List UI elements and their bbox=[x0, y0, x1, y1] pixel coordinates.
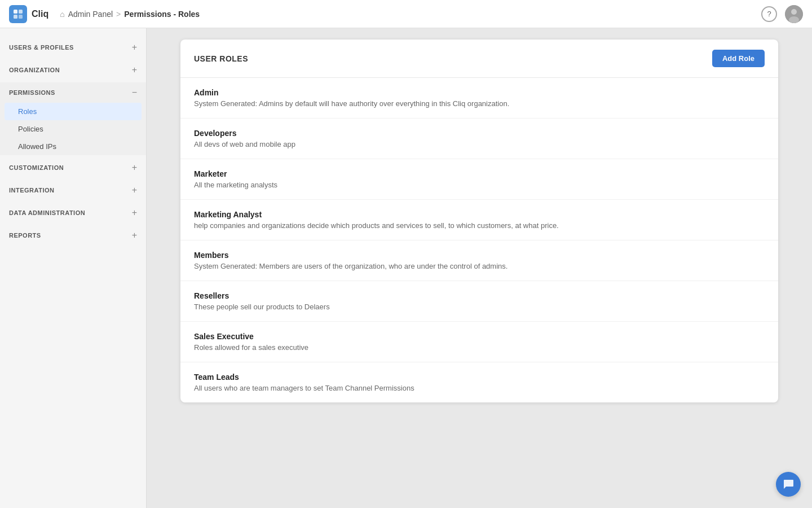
top-header: Cliq ⌂ Admin Panel > Permissions - Roles… bbox=[0, 0, 812, 28]
sidebar-section-customization-header[interactable]: CUSTOMIZATION + bbox=[0, 157, 146, 178]
role-item-sales-executive[interactable]: Sales ExecutiveRoles allowed for a sales… bbox=[180, 322, 778, 362]
plus-icon-customization: + bbox=[132, 163, 137, 172]
roles-list: AdminSystem Generated: Admins by default… bbox=[180, 78, 778, 402]
role-item-members[interactable]: MembersSystem Generated: Members are use… bbox=[180, 240, 778, 281]
plus-icon-integration: + bbox=[132, 186, 137, 195]
sidebar-section-permissions-header[interactable]: PERMISSIONS − bbox=[0, 82, 146, 103]
logo-text: Cliq bbox=[32, 9, 48, 19]
sidebar-label-users-profiles: USERS & PROFILES bbox=[9, 44, 74, 51]
sidebar-section-data-admin-header[interactable]: DATA ADMINISTRATION + bbox=[0, 203, 146, 223]
add-role-button[interactable]: Add Role bbox=[712, 50, 765, 67]
role-item-team-leads[interactable]: Team LeadsAll users who are team manager… bbox=[180, 362, 778, 402]
sidebar-label-reports: REPORTS bbox=[9, 232, 41, 239]
sidebar-section-organization: ORGANIZATION + bbox=[0, 60, 146, 80]
sidebar-section-reports: REPORTS + bbox=[0, 225, 146, 246]
role-name-resellers: Resellers bbox=[194, 291, 765, 300]
sidebar-label-customization: CUSTOMIZATION bbox=[9, 164, 64, 171]
role-name-admin: Admin bbox=[194, 88, 765, 97]
roles-panel: USER ROLES Add Role AdminSystem Generate… bbox=[180, 40, 778, 402]
plus-icon-data-admin: + bbox=[132, 208, 137, 217]
panel-title: USER ROLES bbox=[194, 54, 248, 63]
role-item-developers[interactable]: DevelopersAll devs of web and mobile app bbox=[180, 119, 778, 159]
sidebar-section-integration-header[interactable]: INTEGRATION + bbox=[0, 180, 146, 200]
breadcrumb-separator: > bbox=[116, 10, 121, 19]
sidebar-label-permissions: PERMISSIONS bbox=[9, 89, 55, 96]
sidebar-section-customization: CUSTOMIZATION + bbox=[0, 157, 146, 178]
home-icon: ⌂ bbox=[60, 10, 64, 19]
role-name-members: Members bbox=[194, 251, 765, 260]
role-name-marketing-analyst: Marketing Analyst bbox=[194, 210, 765, 219]
role-item-marketing-analyst[interactable]: Marketing Analysthelp companies and orga… bbox=[180, 200, 778, 240]
plus-icon-users-profiles: + bbox=[132, 43, 137, 52]
sidebar: USERS & PROFILES + ORGANIZATION + PERMIS… bbox=[0, 28, 147, 508]
role-description-admin: System Generated: Admins by default will… bbox=[194, 99, 765, 108]
role-item-resellers[interactable]: ResellersThese people sell our products … bbox=[180, 281, 778, 322]
minus-icon-permissions: − bbox=[132, 88, 137, 97]
header-actions: ? bbox=[761, 5, 803, 23]
sidebar-section-integration: INTEGRATION + bbox=[0, 180, 146, 200]
breadcrumb: ⌂ Admin Panel > Permissions - Roles bbox=[60, 10, 200, 19]
svg-rect-0 bbox=[14, 10, 17, 14]
sidebar-item-policies[interactable]: Policies bbox=[0, 120, 146, 138]
sidebar-label-integration: INTEGRATION bbox=[9, 187, 54, 194]
role-item-marketer[interactable]: MarketerAll the marketing analysts bbox=[180, 159, 778, 200]
sidebar-label-data-administration: DATA ADMINISTRATION bbox=[9, 209, 85, 216]
sidebar-section-reports-header[interactable]: REPORTS + bbox=[0, 225, 146, 246]
role-description-resellers: These people sell our products to Delaer… bbox=[194, 303, 765, 311]
sidebar-section-users-profiles: USERS & PROFILES + bbox=[0, 37, 146, 58]
svg-point-5 bbox=[791, 9, 797, 15]
main-layout: USERS & PROFILES + ORGANIZATION + PERMIS… bbox=[0, 28, 812, 508]
role-description-sales-executive: Roles allowed for a sales executive bbox=[194, 343, 765, 352]
role-description-marketing-analyst: help companies and organizations decide … bbox=[194, 221, 765, 230]
sidebar-item-roles[interactable]: Roles bbox=[5, 103, 142, 120]
breadcrumb-current: Permissions - Roles bbox=[124, 10, 200, 19]
role-name-marketer: Marketer bbox=[194, 169, 765, 178]
sidebar-section-permissions: PERMISSIONS − Roles Policies Allowed IPs bbox=[0, 82, 146, 155]
role-description-members: System Generated: Members are users of t… bbox=[194, 262, 765, 270]
role-item-admin[interactable]: AdminSystem Generated: Admins by default… bbox=[180, 78, 778, 119]
role-name-sales-executive: Sales Executive bbox=[194, 332, 765, 341]
svg-rect-2 bbox=[14, 15, 17, 19]
svg-rect-1 bbox=[19, 10, 23, 14]
sidebar-label-organization: ORGANIZATION bbox=[9, 67, 60, 73]
plus-icon-organization: + bbox=[132, 65, 137, 75]
breadcrumb-home[interactable]: Admin Panel bbox=[68, 10, 113, 19]
role-name-developers: Developers bbox=[194, 129, 765, 138]
role-description-team-leads: All users who are team managers to set T… bbox=[194, 384, 765, 392]
sidebar-section-data-administration: DATA ADMINISTRATION + bbox=[0, 203, 146, 223]
role-name-team-leads: Team Leads bbox=[194, 373, 765, 382]
sidebar-section-users-profiles-header[interactable]: USERS & PROFILES + bbox=[0, 37, 146, 58]
plus-icon-reports: + bbox=[132, 231, 137, 240]
sidebar-item-allowed-ips[interactable]: Allowed IPs bbox=[0, 138, 146, 155]
help-button[interactable]: ? bbox=[761, 6, 777, 22]
role-description-marketer: All the marketing analysts bbox=[194, 181, 765, 189]
avatar[interactable] bbox=[785, 5, 803, 23]
content-area: USER ROLES Add Role AdminSystem Generate… bbox=[147, 28, 812, 508]
svg-rect-3 bbox=[19, 15, 23, 19]
sidebar-section-organization-header[interactable]: ORGANIZATION + bbox=[0, 60, 146, 80]
roles-panel-header: USER ROLES Add Role bbox=[180, 40, 778, 78]
chat-fab-button[interactable] bbox=[776, 472, 801, 497]
logo-area: Cliq bbox=[9, 5, 48, 23]
svg-point-6 bbox=[789, 16, 799, 23]
cliq-logo-icon bbox=[9, 5, 27, 23]
role-description-developers: All devs of web and mobile app bbox=[194, 140, 765, 148]
